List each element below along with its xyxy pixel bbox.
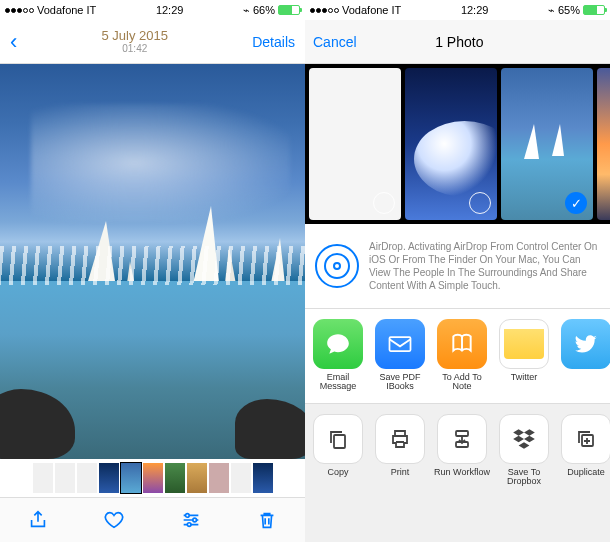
status-bar: Vodafone IT 12:29 ⌁ 65%: [305, 0, 610, 20]
thumb-item[interactable]: [405, 68, 497, 220]
svg-rect-5: [456, 431, 468, 436]
photo-time: 01:42: [102, 43, 169, 54]
cancel-button[interactable]: Cancel: [313, 34, 357, 50]
share-label: Email Message: [309, 373, 367, 395]
share-twitter[interactable]: [557, 319, 610, 403]
svg-point-0: [185, 514, 189, 518]
svg-rect-3: [390, 337, 411, 351]
action-dropbox[interactable]: Save To Dropbox: [495, 414, 553, 499]
carrier-label: Vodafone IT: [37, 4, 96, 16]
photo-date: 5 July 2015: [102, 29, 169, 43]
copy-icon: [313, 414, 363, 464]
share-notes[interactable]: Twitter: [495, 319, 553, 403]
battery-icon: [278, 5, 300, 15]
notes-icon: [499, 319, 549, 369]
action-label: Duplicate: [567, 468, 605, 490]
photo-detail-pane: Vodafone IT 12:29 ⌁ 66% ‹ 5 July 2015 01…: [0, 0, 305, 542]
action-label: Save To Dropbox: [495, 468, 553, 490]
thumb-item[interactable]: [597, 68, 610, 220]
battery-pct: 65%: [558, 4, 580, 16]
battery-pct: 66%: [253, 4, 275, 16]
airdrop-text: AirDrop. Activating AirDrop From Control…: [369, 240, 600, 292]
signal-strength-icon: [310, 8, 339, 13]
action-copy[interactable]: Copy: [309, 414, 367, 499]
action-print[interactable]: Print: [371, 414, 429, 499]
selectable-thumbnails[interactable]: ✓: [305, 64, 610, 224]
svg-point-2: [187, 523, 191, 527]
details-button[interactable]: Details: [252, 34, 295, 50]
selection-count: 1 Photo: [357, 34, 562, 50]
nav-bar: ‹ 5 July 2015 01:42 Details: [0, 20, 305, 64]
share-label: To Add To Note: [433, 373, 491, 395]
workflow-icon: [437, 414, 487, 464]
check-icon: ✓: [565, 192, 587, 214]
svg-point-1: [192, 518, 196, 522]
trash-icon[interactable]: [256, 509, 278, 531]
action-workflow[interactable]: Run Workflow: [433, 414, 491, 499]
filmstrip-scrubber[interactable]: [0, 459, 305, 497]
battery-icon: [583, 5, 605, 15]
thumb-item[interactable]: [309, 68, 401, 220]
action-label: Copy: [327, 468, 348, 490]
share-label: Twitter: [511, 373, 538, 395]
bluetooth-icon: ⌁: [548, 4, 555, 17]
svg-rect-4: [334, 435, 345, 448]
edit-sliders-icon[interactable]: [180, 509, 202, 531]
signal-strength-icon: [5, 8, 34, 13]
back-button[interactable]: ‹: [10, 29, 17, 55]
share-mail[interactable]: Save PDF IBooks: [371, 319, 429, 403]
clock: 12:29: [461, 4, 489, 16]
actions-row[interactable]: Copy Print Run Workflow Save To Dropbox …: [305, 404, 610, 499]
ibooks-icon: [437, 319, 487, 369]
nav-title: 5 July 2015 01:42: [102, 29, 169, 54]
action-duplicate[interactable]: Duplicate: [557, 414, 610, 499]
share-apps-row[interactable]: Email Message Save PDF IBooks To Add To …: [305, 309, 610, 404]
toolbar: [0, 497, 305, 542]
bluetooth-icon: ⌁: [243, 4, 250, 17]
airdrop-icon: [315, 244, 359, 288]
messages-icon: [313, 319, 363, 369]
duplicate-icon: [561, 414, 610, 464]
thumb-item-selected[interactable]: ✓: [501, 68, 593, 220]
print-icon: [375, 414, 425, 464]
favorite-icon[interactable]: [103, 509, 125, 531]
action-label: Run Workflow: [434, 468, 490, 490]
twitter-icon: [561, 319, 610, 369]
clock: 12:29: [156, 4, 184, 16]
share-label: Save PDF IBooks: [371, 373, 429, 395]
share-icon[interactable]: [27, 509, 49, 531]
status-bar: Vodafone IT 12:29 ⌁ 66%: [0, 0, 305, 20]
photo-view[interactable]: [0, 64, 305, 459]
airdrop-section[interactable]: AirDrop. Activating AirDrop From Control…: [305, 224, 610, 309]
share-messages[interactable]: Email Message: [309, 319, 367, 403]
nav-bar: Cancel 1 Photo: [305, 20, 610, 64]
share-sheet-pane: Vodafone IT 12:29 ⌁ 65% Cancel 1 Photo ✓…: [305, 0, 610, 542]
dropbox-icon: [499, 414, 549, 464]
carrier-label: Vodafone IT: [342, 4, 401, 16]
share-ibooks[interactable]: To Add To Note: [433, 319, 491, 403]
mail-icon: [375, 319, 425, 369]
action-label: Print: [391, 468, 410, 490]
